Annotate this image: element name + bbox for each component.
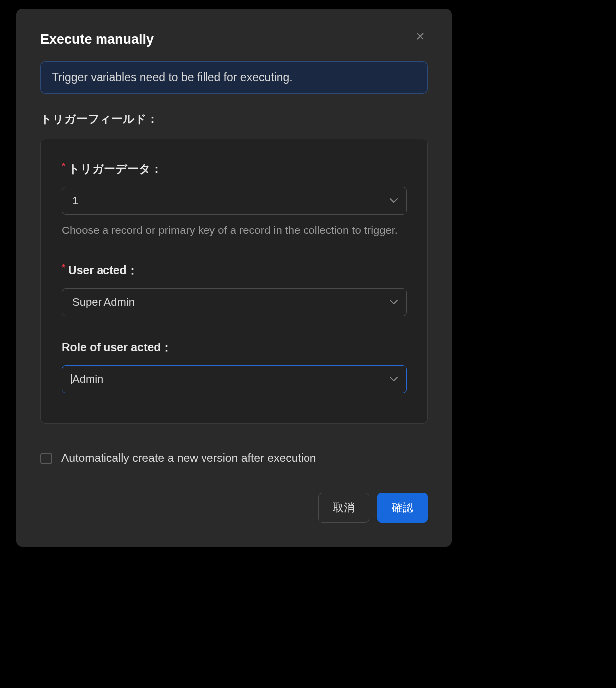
role-of-user-select-wrapper: Admin: [62, 365, 407, 393]
close-button[interactable]: [413, 29, 428, 45]
auto-version-label: Automatically create a new version after…: [61, 452, 316, 465]
section-label: トリガーフィールド：: [40, 112, 428, 127]
trigger-data-value: 1: [72, 194, 78, 207]
modal-header: Execute manually: [40, 32, 428, 47]
user-acted-value: Super Admin: [72, 296, 135, 308]
execute-manually-modal: Execute manually Trigger variables need …: [16, 9, 452, 547]
user-acted-group: *User acted： Super Admin: [62, 263, 407, 316]
role-of-user-group: Role of user acted： Admin: [62, 340, 407, 393]
user-acted-select-wrapper: Super Admin: [62, 288, 407, 316]
cancel-button[interactable]: 取消: [318, 493, 369, 523]
trigger-data-label: *トリガーデータ：: [62, 161, 407, 177]
trigger-data-help: Choose a record or primary key of a reco…: [62, 222, 407, 239]
role-of-user-select[interactable]: Admin: [62, 365, 407, 393]
required-asterisk: *: [62, 263, 65, 273]
trigger-data-select[interactable]: 1: [62, 187, 407, 215]
role-of-user-value: Admin: [72, 373, 103, 385]
trigger-data-select-wrapper: 1: [62, 187, 407, 215]
user-acted-select[interactable]: Super Admin: [62, 288, 407, 316]
user-acted-label: *User acted：: [62, 263, 407, 278]
trigger-data-group: *トリガーデータ： 1 Choose a record or primary k…: [62, 161, 407, 239]
modal-title: Execute manually: [40, 32, 154, 47]
role-of-user-label: Role of user acted：: [62, 340, 407, 355]
close-icon: [415, 31, 426, 43]
required-asterisk: *: [62, 161, 65, 171]
auto-version-checkbox-row: Automatically create a new version after…: [40, 452, 428, 465]
auto-version-checkbox[interactable]: [40, 453, 52, 464]
button-row: 取消 確認: [40, 493, 428, 523]
confirm-button[interactable]: 確認: [377, 493, 428, 523]
alert-box: Trigger variables need to be filled for …: [40, 61, 428, 94]
form-container: *トリガーデータ： 1 Choose a record or primary k…: [40, 139, 428, 424]
alert-text: Trigger variables need to be filled for …: [52, 71, 293, 84]
